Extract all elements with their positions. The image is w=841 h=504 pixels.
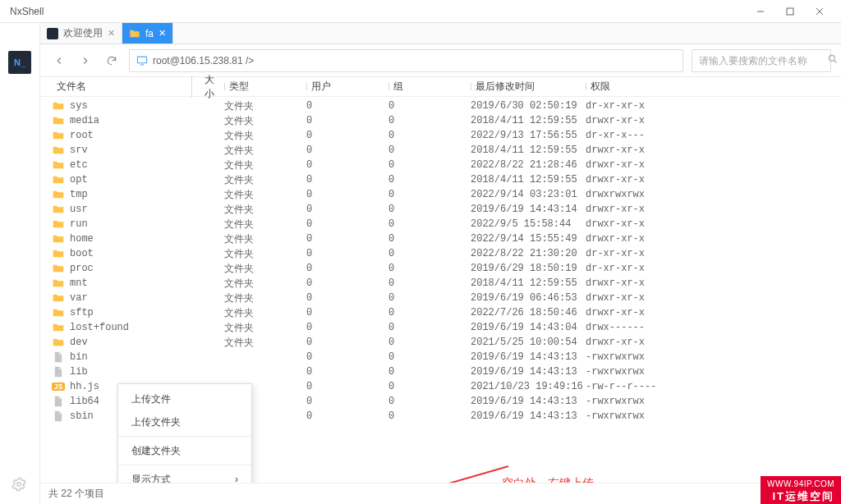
col-header-group[interactable]: 组 (388, 80, 471, 94)
file-mtime: 2019/6/19 14:43:13 (471, 351, 586, 363)
file-perm: dr-xr-xr-x (586, 100, 684, 112)
col-header-user[interactable]: 用户 (306, 80, 388, 94)
tab-label: 欢迎使用 (63, 26, 103, 40)
chevron-right-icon: › (235, 474, 238, 483)
file-group: 0 (388, 292, 471, 304)
table-row[interactable]: etc文件夹002022/8/22 21:28:46drwxr-xr-x (40, 158, 841, 172)
table-row[interactable]: media文件夹002018/4/11 12:59:55drwxr-xr-x (40, 113, 841, 128)
settings-gear-icon[interactable] (11, 477, 26, 494)
file-mtime: 2018/4/11 12:59:55 (471, 174, 586, 186)
folder-icon (52, 174, 65, 186)
table-row[interactable]: bin002019/6/19 14:43:13-rwxrwxrwx (40, 350, 841, 364)
file-perm: dr-xr-xr-x (586, 263, 684, 274)
close-button[interactable] (805, 0, 834, 23)
file-type: 文件夹 (224, 321, 306, 335)
col-header-perm[interactable]: 权限 (586, 80, 684, 94)
table-row[interactable]: lost+found文件夹002019/6/19 14:43:04drwx---… (40, 320, 841, 335)
ctx-upload-file[interactable]: 上传文件 (118, 387, 251, 410)
forward-button[interactable] (76, 52, 94, 70)
file-name: tmp (70, 189, 191, 200)
refresh-button[interactable] (103, 52, 121, 70)
file-group: 0 (388, 396, 471, 407)
file-perm: drwxr-xr-x (586, 233, 684, 245)
file-mtime: 2022/9/14 15:55:49 (471, 233, 586, 245)
file-mtime: 2022/9/13 17:56:55 (471, 130, 586, 141)
file-group: 0 (388, 159, 471, 171)
path-box[interactable]: root@106.15.238.81 /> (129, 49, 683, 72)
tab-fa[interactable]: fa ✕ (122, 23, 173, 44)
file-group: 0 (388, 337, 471, 348)
file-type: 文件夹 (224, 247, 306, 261)
table-row[interactable]: var文件夹002019/6/19 06:46:53drwxr-xr-x (40, 291, 841, 305)
minimize-button[interactable] (746, 0, 775, 23)
table-row[interactable]: boot文件夹002022/8/22 21:30:20dr-xr-xr-x (40, 246, 841, 261)
file-mtime: 2018/4/11 12:59:55 (471, 115, 586, 126)
file-user: 0 (306, 292, 388, 304)
file-user: 0 (306, 322, 388, 333)
search-box[interactable] (692, 49, 831, 72)
svg-point-7 (829, 55, 834, 61)
file-user: 0 (306, 115, 388, 126)
col-header-name[interactable]: 文件名 (52, 80, 191, 94)
table-row[interactable]: mnt文件夹002018/4/11 12:59:55drwxr-xr-x (40, 276, 841, 291)
file-name: run (70, 218, 191, 230)
file-user: 0 (306, 100, 388, 112)
file-perm: drwxr-xr-x (586, 159, 684, 171)
file-icon (52, 351, 65, 363)
ctx-upload-folder[interactable]: 上传文件夹 (118, 410, 251, 433)
file-group: 0 (388, 277, 471, 289)
file-group: 0 (388, 248, 471, 259)
folder-icon (52, 130, 65, 141)
maximize-button[interactable] (775, 0, 805, 23)
file-group: 0 (388, 189, 471, 200)
back-button[interactable] (50, 52, 68, 70)
table-row[interactable]: proc文件夹002019/6/29 18:50:19dr-xr-xr-x (40, 261, 841, 276)
file-icon (52, 410, 65, 422)
file-perm: drwxr-xr-x (586, 277, 684, 289)
table-row[interactable]: tmp文件夹002022/9/14 03:23:01drwxrwxrwx (40, 187, 841, 202)
file-group: 0 (388, 366, 471, 378)
file-type: 文件夹 (224, 203, 306, 217)
svg-line-8 (834, 61, 837, 63)
search-input[interactable] (699, 55, 822, 66)
file-group: 0 (388, 204, 471, 215)
file-user: 0 (306, 174, 388, 186)
file-perm: drwxr-xr-x (586, 144, 684, 156)
annotation-text: 空白处，右键上传 (502, 476, 594, 483)
folder-icon (52, 233, 65, 245)
file-perm: -rwxrwxrwx (586, 410, 684, 422)
table-row[interactable]: opt文件夹002018/4/11 12:59:55drwxr-xr-x (40, 172, 841, 187)
file-perm: -rwxrwxrwx (586, 366, 684, 378)
file-mtime: 2019/6/19 14:43:13 (471, 396, 586, 407)
file-user: 0 (306, 381, 388, 392)
file-perm: drwxr-xr-x (586, 218, 684, 230)
file-user: 0 (306, 159, 388, 171)
table-row[interactable]: sftp文件夹002022/7/26 18:50:46drwxr-xr-x (40, 305, 841, 320)
table-row[interactable]: usr文件夹002019/6/19 14:43:14drwxr-xr-x (40, 202, 841, 217)
tab-close-icon[interactable]: ✕ (108, 28, 115, 39)
watermark: WWW.94IP.COM IT运维空间 (761, 476, 841, 504)
table-row[interactable]: lib002019/6/19 14:43:13-rwxrwxrwx (40, 364, 841, 379)
app-logo-icon[interactable]: N_ (8, 51, 31, 74)
file-group: 0 (388, 322, 471, 333)
search-icon[interactable] (827, 53, 839, 67)
table-row[interactable]: home文件夹002022/9/14 15:55:49drwxr-xr-x (40, 231, 841, 246)
column-headers: 文件名 大小 类型 用户 组 最后修改时间 权限 (40, 77, 841, 97)
ctx-create-folder[interactable]: 创建文件夹 (118, 439, 251, 462)
col-header-type[interactable]: 类型 (224, 80, 306, 94)
table-row[interactable]: run文件夹002022/9/5 15:58:44drwxr-xr-x (40, 217, 841, 231)
tabs-row: 欢迎使用 ✕ fa ✕ (40, 23, 841, 44)
tab-close-icon[interactable]: ✕ (159, 28, 166, 39)
file-perm: drwx------ (586, 322, 684, 333)
table-row[interactable]: srv文件夹002018/4/11 12:59:55drwxr-xr-x (40, 143, 841, 158)
file-list[interactable]: sys文件夹002019/6/30 02:50:19dr-xr-xr-xmedi… (40, 97, 841, 483)
ctx-display-mode[interactable]: 显示方式› (118, 468, 251, 483)
table-row[interactable]: sys文件夹002019/6/30 02:50:19dr-xr-xr-x (40, 99, 841, 113)
table-row[interactable]: dev文件夹002021/5/25 10:00:54drwxr-xr-x (40, 335, 841, 350)
folder-icon (52, 100, 65, 112)
table-row[interactable]: root文件夹002022/9/13 17:56:55dr-xr-x--- (40, 128, 841, 143)
file-perm: drwxr-xr-x (586, 204, 684, 215)
col-header-mtime[interactable]: 最后修改时间 (471, 80, 586, 94)
folder-icon (52, 204, 65, 215)
tab-welcome[interactable]: 欢迎使用 ✕ (40, 23, 122, 44)
